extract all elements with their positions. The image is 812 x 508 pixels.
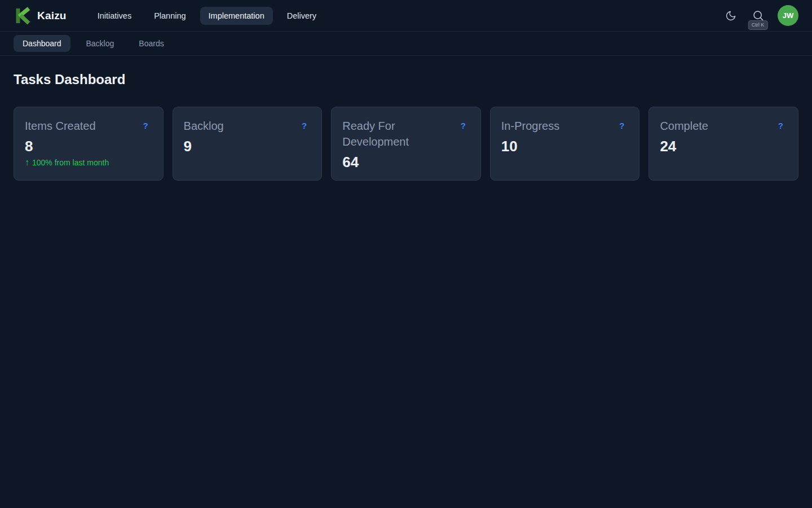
stat-card-value: 8 xyxy=(25,137,152,155)
stat-card-complete: Complete ? 24 xyxy=(648,107,798,181)
main-content: Tasks Dashboard Items Created ? 8 ↑ 100%… xyxy=(0,56,812,196)
stat-card-items-created: Items Created ? 8 ↑ 100% from last month xyxy=(14,107,164,181)
tab-dashboard[interactable]: Dashboard xyxy=(14,35,70,52)
page-title: Tasks Dashboard xyxy=(14,72,798,87)
stat-card-backlog: Backlog ? 9 xyxy=(173,107,323,181)
nav-item-implementation[interactable]: Implementation xyxy=(200,7,273,25)
nav-item-initiatives[interactable]: Initiatives xyxy=(89,7,140,25)
stat-card-title: Ready For Development xyxy=(342,118,456,150)
top-bar: Kaizu Initiatives Planning Implementatio… xyxy=(0,0,812,32)
stat-card-title: Complete xyxy=(660,118,708,134)
kaizu-logo-icon xyxy=(14,7,32,25)
trend-up-icon: ↑ xyxy=(25,158,29,167)
stat-card-title: Items Created xyxy=(25,118,96,134)
moon-icon xyxy=(725,10,736,21)
stat-card-value: 24 xyxy=(660,137,787,155)
brand[interactable]: Kaizu xyxy=(14,7,67,25)
user-avatar[interactable]: JW xyxy=(778,5,798,26)
nav-item-delivery[interactable]: Delivery xyxy=(279,7,325,25)
search-button[interactable]: Ctrl K xyxy=(751,8,765,23)
theme-toggle-button[interactable] xyxy=(723,8,738,23)
stat-card-in-progress: In-Progress ? 10 xyxy=(490,107,640,181)
trend-label: 100% from last month xyxy=(32,158,109,167)
stat-card-value: 10 xyxy=(501,137,628,155)
tab-boards[interactable]: Boards xyxy=(130,35,173,52)
stat-card-title: Backlog xyxy=(184,118,224,134)
help-icon[interactable]: ? xyxy=(619,118,628,130)
stat-card-value: 64 xyxy=(342,153,469,171)
help-icon[interactable]: ? xyxy=(461,118,469,130)
stat-card-ready-for-development: Ready For Development ? 64 xyxy=(331,107,481,181)
sub-nav: Dashboard Backlog Boards xyxy=(0,32,812,56)
brand-name: Kaizu xyxy=(37,10,67,22)
main-nav: Initiatives Planning Implementation Deli… xyxy=(89,7,325,25)
stat-cards-grid: Items Created ? 8 ↑ 100% from last month… xyxy=(14,107,798,181)
search-shortcut-badge: Ctrl K xyxy=(748,20,768,30)
help-icon[interactable]: ? xyxy=(302,118,310,130)
stat-card-value: 9 xyxy=(184,137,311,155)
help-icon[interactable]: ? xyxy=(778,118,787,130)
stat-card-trend: ↑ 100% from last month xyxy=(25,158,152,167)
nav-item-planning[interactable]: Planning xyxy=(145,7,194,25)
tab-backlog[interactable]: Backlog xyxy=(77,35,123,52)
help-icon[interactable]: ? xyxy=(143,118,151,130)
stat-card-title: In-Progress xyxy=(501,118,559,134)
